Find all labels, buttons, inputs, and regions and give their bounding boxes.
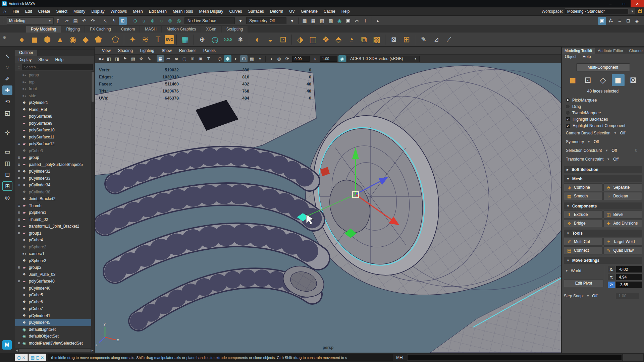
collapse-arrow-icon[interactable]: ▼ — [567, 259, 570, 262]
radio-icon[interactable] — [566, 105, 570, 108]
workspace-select[interactable]: Modeling - Standard* — [565, 8, 629, 14]
menu-item[interactable]: Modify — [70, 9, 88, 14]
layout-stacked-icon[interactable]: ⊟ — [2, 170, 12, 179]
outliner-item[interactable]: ▰ polySurface8 — [15, 113, 94, 120]
workspace-dropdown-arrow[interactable]: ▼ — [629, 8, 635, 14]
expand-icon[interactable]: ⊞ — [16, 280, 21, 283]
gamma-icon[interactable]: ◑ — [311, 55, 318, 62]
exposure-field[interactable] — [292, 56, 310, 62]
tool-settings-icon[interactable]: ◈ — [633, 17, 641, 25]
move-to-origin-icon[interactable]: 0,0,0 — [222, 34, 234, 46]
open-scene-icon[interactable]: ▱ — [63, 17, 71, 25]
outliner-item[interactable]: ▰ polySurface9 — [15, 120, 94, 127]
make-live-icon[interactable]: ◎ — [175, 17, 183, 25]
menu-item[interactable]: Select — [53, 9, 70, 14]
components-section[interactable]: ▼ Components — [564, 202, 642, 209]
poly-cube-icon[interactable]: ◼ — [29, 34, 41, 46]
gate-mask-icon[interactable]: ▢ — [181, 55, 188, 62]
menu-item[interactable]: Display — [88, 9, 107, 14]
layout-four-pane-icon[interactable]: ⊞ — [2, 181, 12, 191]
launch-render-view-icon[interactable]: ▣ — [344, 17, 352, 25]
outliner-item[interactable]: ❖ pCylinder40 — [15, 285, 94, 292]
render-settings-icon[interactable]: ◉ — [335, 17, 343, 25]
coordinate-input[interactable]: -0.02 — [616, 266, 642, 273]
grid-toggle-icon[interactable]: ▦ — [157, 55, 164, 62]
super-shape-icon[interactable]: ✦ — [126, 34, 139, 46]
scale-tool-icon[interactable]: ◱ — [2, 108, 12, 118]
step-snap-size-field[interactable]: 1.00 — [616, 293, 639, 299]
outliner-item[interactable]: ❖ pCube3 — [15, 147, 94, 155]
outliner-item[interactable]: ❖ polySurface11 — [15, 134, 94, 141]
toolkit-menu-item[interactable]: Help — [580, 54, 594, 59]
maximize-button[interactable]: □ — [617, 0, 631, 7]
attribute-editor-icon[interactable]: ⊟ — [624, 17, 632, 25]
chevron-down-icon[interactable]: ▼ — [614, 131, 617, 135]
multi-cut-shelf-icon[interactable]: ⟋ — [443, 34, 455, 46]
wrap-deform-icon[interactable]: ◒ — [264, 34, 276, 46]
safe-title-icon[interactable]: T — [205, 55, 212, 62]
expand-icon[interactable]: ⊞ — [16, 163, 21, 166]
sidebar-tab[interactable]: Modeling Toolkit — [562, 48, 595, 54]
poly-bevel-icon[interactable]: ◫ — [307, 34, 319, 46]
outliner-item[interactable]: ■◂ side — [15, 93, 94, 100]
ui-elements-icon[interactable]: ▦ — [179, 34, 191, 46]
poly-torus-icon[interactable]: ◉ — [67, 34, 79, 46]
symmetry-arrow-icon[interactable]: ▾ — [288, 17, 296, 25]
expand-icon[interactable]: ⊞ — [16, 225, 21, 228]
layout-single-pane-icon[interactable]: ▭ — [2, 147, 12, 157]
vertex-mode-icon[interactable]: ⊡ — [582, 74, 594, 86]
toolkit-button[interactable]: ⬆ Extrude — [564, 210, 603, 219]
construction-plane-icon[interactable]: ⊕ — [196, 34, 208, 46]
outliner-item[interactable]: ⊞ ▰ transform13_Joint_Bracket2 — [15, 223, 94, 230]
menu-item[interactable]: Mesh Display — [196, 9, 226, 14]
pencil-tool-icon[interactable]: ✎ — [418, 34, 430, 46]
snap-point-icon[interactable]: ⊚ — [149, 17, 157, 25]
menu-item[interactable]: Cache — [321, 9, 338, 14]
expand-icon[interactable]: ⊞ — [16, 266, 21, 269]
menu-item[interactable]: Edit — [22, 9, 35, 14]
menu-item[interactable]: Mesh — [130, 9, 146, 14]
expand-icon[interactable]: ⊞ — [16, 232, 21, 235]
last-tool-icon[interactable]: ⊹ — [2, 128, 12, 137]
shelf-tab[interactable]: Custom — [116, 26, 140, 33]
safe-action-icon[interactable]: ▣ — [197, 55, 204, 62]
expand-icon[interactable]: ⊞ — [16, 170, 21, 173]
snap-curve-icon[interactable]: ∪ — [140, 17, 148, 25]
ipr-render-icon[interactable]: ▧ — [327, 17, 335, 25]
film-gate-icon[interactable]: ▭ — [165, 55, 172, 62]
viewport-menu-item[interactable]: Renderer — [175, 48, 200, 53]
chevron-down-icon[interactable]: ▼ — [586, 294, 589, 298]
poly-extrude-icon[interactable]: ⬗ — [294, 34, 306, 46]
mel-command-input[interactable] — [407, 354, 622, 361]
symmetry-field[interactable]: Symmetry: Off — [246, 17, 286, 24]
default-lighting-icon[interactable]: ☀ — [256, 55, 264, 62]
expand-icon[interactable]: ⊞ — [16, 342, 21, 345]
time-node-icon[interactable]: ◷ — [209, 34, 221, 46]
perspective-viewport[interactable]: ViewShadingLightingShowRendererPanels ■◂… — [95, 47, 561, 353]
shelf-tab[interactable]: Rigging — [61, 26, 85, 33]
live-surface-arrow-icon[interactable]: ▾ — [236, 17, 245, 25]
outliner-item[interactable]: ⊞ ◉ modelPanel3ViewSelectedSet — [15, 340, 94, 347]
snap-grid-icon[interactable]: ⊙ — [131, 17, 139, 25]
toolkit-button[interactable]: ✚ Add Divisions — [603, 219, 642, 227]
shelf-tab[interactable]: Motion Graphics — [162, 26, 201, 33]
option-row[interactable]: Selection Constraint ▼ Off 0 — [564, 146, 642, 155]
outliner-item[interactable]: ❖ Joint_Plate_03 — [15, 271, 94, 278]
channel-box-icon[interactable]: ≡ — [615, 17, 624, 25]
toolkit-button[interactable]: ▤ Connect — [564, 246, 603, 254]
outliner-item[interactable]: ⊞ ▰ Thumb_02 — [15, 216, 94, 223]
expand-icon[interactable]: ⊞ — [16, 183, 21, 187]
shelf-tab[interactable]: Sculpting — [222, 26, 248, 33]
outliner-tab[interactable]: Outliner — [15, 50, 37, 56]
outliner-menu-item[interactable]: Display — [15, 57, 35, 62]
collapse-arrow-icon[interactable]: ▶ — [567, 168, 569, 171]
shelf-tab[interactable]: XGen — [201, 26, 221, 33]
colorspace-select[interactable]: ACES 1.0 SDR-video (sRGB) ▼ — [347, 56, 420, 62]
outliner-item[interactable]: ❖ pCube7 — [15, 305, 94, 312]
maya-taskbar-icon[interactable]: M — [2, 340, 12, 350]
move-settings-section[interactable]: ▼ Move Settings — [564, 257, 642, 264]
undo-icon[interactable]: ↶ — [80, 17, 88, 25]
layout-two-pane-icon[interactable]: ◫ — [2, 159, 12, 168]
snap-view-icon[interactable]: ⊛ — [166, 17, 174, 25]
outliner-item[interactable]: ❖ pSphere2 — [15, 244, 94, 251]
